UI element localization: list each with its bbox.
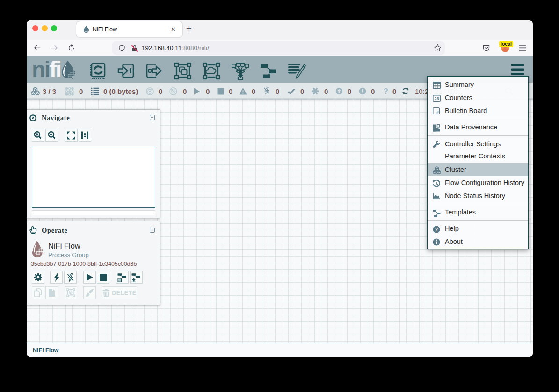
svg-text:23: 23 bbox=[434, 96, 439, 101]
svg-text:?: ? bbox=[435, 226, 438, 232]
